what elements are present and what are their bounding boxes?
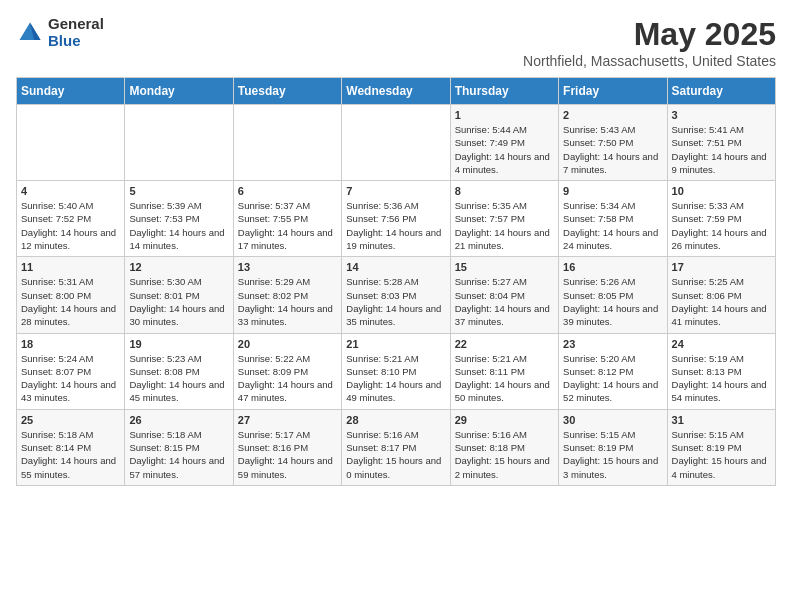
day-info: Sunrise: 5:15 AM Sunset: 8:19 PM Dayligh… [672, 428, 771, 481]
logo-icon [16, 19, 44, 47]
day-info: Sunrise: 5:18 AM Sunset: 8:14 PM Dayligh… [21, 428, 120, 481]
day-cell-20: 20Sunrise: 5:22 AM Sunset: 8:09 PM Dayli… [233, 333, 341, 409]
day-number: 28 [346, 414, 445, 426]
day-info: Sunrise: 5:34 AM Sunset: 7:58 PM Dayligh… [563, 199, 662, 252]
day-cell-19: 19Sunrise: 5:23 AM Sunset: 8:08 PM Dayli… [125, 333, 233, 409]
day-number: 14 [346, 261, 445, 273]
day-info: Sunrise: 5:43 AM Sunset: 7:50 PM Dayligh… [563, 123, 662, 176]
day-cell-29: 29Sunrise: 5:16 AM Sunset: 8:18 PM Dayli… [450, 409, 558, 485]
day-cell-11: 11Sunrise: 5:31 AM Sunset: 8:00 PM Dayli… [17, 257, 125, 333]
day-number: 21 [346, 338, 445, 350]
day-info: Sunrise: 5:24 AM Sunset: 8:07 PM Dayligh… [21, 352, 120, 405]
day-cell-1: 1Sunrise: 5:44 AM Sunset: 7:49 PM Daylig… [450, 105, 558, 181]
day-cell-17: 17Sunrise: 5:25 AM Sunset: 8:06 PM Dayli… [667, 257, 775, 333]
day-number: 10 [672, 185, 771, 197]
empty-cell [233, 105, 341, 181]
calendar-header: SundayMondayTuesdayWednesdayThursdayFrid… [17, 78, 776, 105]
day-cell-21: 21Sunrise: 5:21 AM Sunset: 8:10 PM Dayli… [342, 333, 450, 409]
week-row-2: 4Sunrise: 5:40 AM Sunset: 7:52 PM Daylig… [17, 181, 776, 257]
day-cell-27: 27Sunrise: 5:17 AM Sunset: 8:16 PM Dayli… [233, 409, 341, 485]
day-info: Sunrise: 5:16 AM Sunset: 8:17 PM Dayligh… [346, 428, 445, 481]
day-number: 25 [21, 414, 120, 426]
day-info: Sunrise: 5:25 AM Sunset: 8:06 PM Dayligh… [672, 275, 771, 328]
day-info: Sunrise: 5:31 AM Sunset: 8:00 PM Dayligh… [21, 275, 120, 328]
day-number: 30 [563, 414, 662, 426]
day-info: Sunrise: 5:17 AM Sunset: 8:16 PM Dayligh… [238, 428, 337, 481]
day-number: 20 [238, 338, 337, 350]
logo-text: General Blue [48, 16, 104, 49]
day-info: Sunrise: 5:40 AM Sunset: 7:52 PM Dayligh… [21, 199, 120, 252]
day-cell-9: 9Sunrise: 5:34 AM Sunset: 7:58 PM Daylig… [559, 181, 667, 257]
day-cell-3: 3Sunrise: 5:41 AM Sunset: 7:51 PM Daylig… [667, 105, 775, 181]
day-number: 13 [238, 261, 337, 273]
day-cell-4: 4Sunrise: 5:40 AM Sunset: 7:52 PM Daylig… [17, 181, 125, 257]
empty-cell [17, 105, 125, 181]
calendar-table: SundayMondayTuesdayWednesdayThursdayFrid… [16, 77, 776, 486]
weekday-header-tuesday: Tuesday [233, 78, 341, 105]
day-number: 3 [672, 109, 771, 121]
day-info: Sunrise: 5:15 AM Sunset: 8:19 PM Dayligh… [563, 428, 662, 481]
calendar-body: 1Sunrise: 5:44 AM Sunset: 7:49 PM Daylig… [17, 105, 776, 486]
weekday-header-saturday: Saturday [667, 78, 775, 105]
day-number: 16 [563, 261, 662, 273]
day-number: 15 [455, 261, 554, 273]
day-info: Sunrise: 5:21 AM Sunset: 8:11 PM Dayligh… [455, 352, 554, 405]
weekday-header-friday: Friday [559, 78, 667, 105]
weekday-header-sunday: Sunday [17, 78, 125, 105]
day-cell-10: 10Sunrise: 5:33 AM Sunset: 7:59 PM Dayli… [667, 181, 775, 257]
day-cell-25: 25Sunrise: 5:18 AM Sunset: 8:14 PM Dayli… [17, 409, 125, 485]
day-info: Sunrise: 5:41 AM Sunset: 7:51 PM Dayligh… [672, 123, 771, 176]
day-info: Sunrise: 5:29 AM Sunset: 8:02 PM Dayligh… [238, 275, 337, 328]
day-info: Sunrise: 5:19 AM Sunset: 8:13 PM Dayligh… [672, 352, 771, 405]
day-info: Sunrise: 5:44 AM Sunset: 7:49 PM Dayligh… [455, 123, 554, 176]
day-number: 19 [129, 338, 228, 350]
day-number: 23 [563, 338, 662, 350]
day-number: 12 [129, 261, 228, 273]
page-header: General Blue May 2025 Northfield, Massac… [16, 16, 776, 69]
week-row-5: 25Sunrise: 5:18 AM Sunset: 8:14 PM Dayli… [17, 409, 776, 485]
empty-cell [342, 105, 450, 181]
weekday-header-wednesday: Wednesday [342, 78, 450, 105]
day-info: Sunrise: 5:37 AM Sunset: 7:55 PM Dayligh… [238, 199, 337, 252]
day-number: 31 [672, 414, 771, 426]
day-number: 2 [563, 109, 662, 121]
day-cell-8: 8Sunrise: 5:35 AM Sunset: 7:57 PM Daylig… [450, 181, 558, 257]
day-cell-5: 5Sunrise: 5:39 AM Sunset: 7:53 PM Daylig… [125, 181, 233, 257]
day-number: 29 [455, 414, 554, 426]
weekday-header-monday: Monday [125, 78, 233, 105]
day-info: Sunrise: 5:18 AM Sunset: 8:15 PM Dayligh… [129, 428, 228, 481]
day-cell-6: 6Sunrise: 5:37 AM Sunset: 7:55 PM Daylig… [233, 181, 341, 257]
day-info: Sunrise: 5:36 AM Sunset: 7:56 PM Dayligh… [346, 199, 445, 252]
day-info: Sunrise: 5:22 AM Sunset: 8:09 PM Dayligh… [238, 352, 337, 405]
day-cell-18: 18Sunrise: 5:24 AM Sunset: 8:07 PM Dayli… [17, 333, 125, 409]
day-cell-28: 28Sunrise: 5:16 AM Sunset: 8:17 PM Dayli… [342, 409, 450, 485]
day-info: Sunrise: 5:39 AM Sunset: 7:53 PM Dayligh… [129, 199, 228, 252]
month-title: May 2025 [523, 16, 776, 53]
day-number: 26 [129, 414, 228, 426]
day-number: 9 [563, 185, 662, 197]
logo-blue-text: Blue [48, 33, 104, 50]
day-number: 18 [21, 338, 120, 350]
day-number: 22 [455, 338, 554, 350]
day-cell-15: 15Sunrise: 5:27 AM Sunset: 8:04 PM Dayli… [450, 257, 558, 333]
day-number: 11 [21, 261, 120, 273]
day-cell-31: 31Sunrise: 5:15 AM Sunset: 8:19 PM Dayli… [667, 409, 775, 485]
day-info: Sunrise: 5:33 AM Sunset: 7:59 PM Dayligh… [672, 199, 771, 252]
day-info: Sunrise: 5:16 AM Sunset: 8:18 PM Dayligh… [455, 428, 554, 481]
logo-general-text: General [48, 16, 104, 33]
title-block: May 2025 Northfield, Massachusetts, Unit… [523, 16, 776, 69]
empty-cell [125, 105, 233, 181]
week-row-1: 1Sunrise: 5:44 AM Sunset: 7:49 PM Daylig… [17, 105, 776, 181]
day-cell-22: 22Sunrise: 5:21 AM Sunset: 8:11 PM Dayli… [450, 333, 558, 409]
day-info: Sunrise: 5:20 AM Sunset: 8:12 PM Dayligh… [563, 352, 662, 405]
day-cell-2: 2Sunrise: 5:43 AM Sunset: 7:50 PM Daylig… [559, 105, 667, 181]
day-info: Sunrise: 5:27 AM Sunset: 8:04 PM Dayligh… [455, 275, 554, 328]
day-cell-13: 13Sunrise: 5:29 AM Sunset: 8:02 PM Dayli… [233, 257, 341, 333]
location-text: Northfield, Massachusetts, United States [523, 53, 776, 69]
day-number: 4 [21, 185, 120, 197]
weekday-header-row: SundayMondayTuesdayWednesdayThursdayFrid… [17, 78, 776, 105]
day-number: 6 [238, 185, 337, 197]
day-cell-16: 16Sunrise: 5:26 AM Sunset: 8:05 PM Dayli… [559, 257, 667, 333]
day-number: 5 [129, 185, 228, 197]
week-row-3: 11Sunrise: 5:31 AM Sunset: 8:00 PM Dayli… [17, 257, 776, 333]
